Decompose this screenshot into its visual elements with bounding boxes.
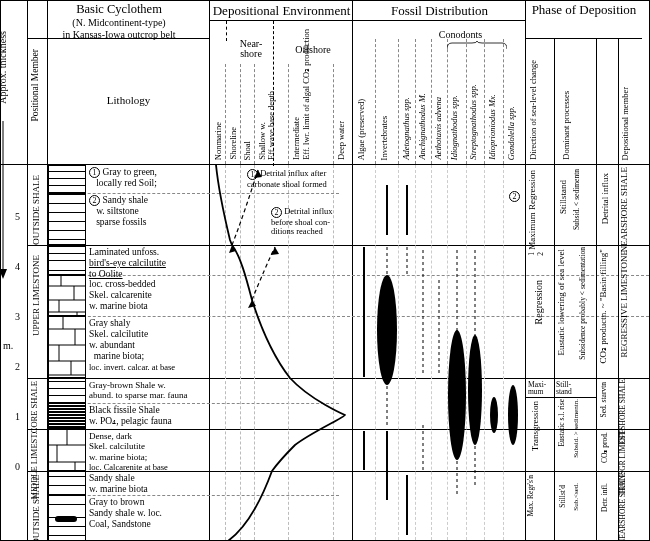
ph-transgr: Transgression	[530, 401, 540, 451]
scale-m-label: m.	[3, 340, 13, 351]
eff-wave-label: Eff.wave base depth	[268, 91, 276, 160]
svg-point-26	[508, 385, 518, 445]
algae-label: Algae (preserved)	[356, 99, 366, 160]
lith-1: 1 Gray to green, locally red Soil;	[89, 167, 157, 189]
ph-subsid: Subsid. < sedimentn	[572, 169, 581, 230]
gond-label: Gondolella spp.	[506, 106, 516, 160]
aetho-label: Aethotaxis advena	[433, 97, 443, 160]
dominant-label: Dominant processes	[562, 91, 571, 160]
conodont-bracket	[447, 41, 507, 51]
ph-maximum: Maxi-mum	[528, 382, 552, 396]
svg-point-8	[377, 275, 397, 385]
note-2: 2 Detrital influx before shoal con-ditio…	[271, 207, 351, 235]
ph-eust-rise: Eustatic s.l. rise	[557, 399, 566, 447]
ph-co3-prod: CO₃ prod.	[600, 432, 609, 463]
lith-4: loc. cross-bedded Skel. calcarenite w. m…	[89, 279, 155, 312]
ph-reg-ls: REGRESSIVE LIMESTONE	[620, 250, 629, 358]
positional-member-head: Positional Member	[31, 49, 41, 122]
ph-sub-sed: Sub.<sed.	[572, 483, 580, 511]
ph-max-regr: Max. Regr's'n	[528, 475, 535, 516]
fossil-circ-2: 2	[509, 190, 520, 202]
fossil-header: Fossil Distribution	[353, 1, 526, 21]
ph-maxreg: 1 Maximum Regression2	[528, 170, 552, 256]
ph-stillstand3: Stillst'd	[558, 485, 567, 508]
lith-9: Sandy shale w. marine biota	[89, 473, 148, 495]
inverts-label: Invertebrates	[379, 116, 389, 160]
ph-sedstarv: Sed. starvtn	[599, 382, 608, 417]
conodonts-head: Conodonts	[413, 29, 508, 40]
dep-member-label: Depositional member	[621, 87, 630, 160]
outside-shale-bot: OUTSIDE SHALE	[31, 475, 41, 541]
lith-8: Dense, dark Skel. calcilutite w. marine …	[89, 431, 168, 473]
fossil-spindles	[353, 165, 526, 541]
outside-shale-top: OUTSIDE SHALE	[31, 175, 41, 245]
ph-co3-basin: CO₃ productn. ~ "Basin filling"	[599, 249, 608, 363]
scale-5: 5	[10, 211, 20, 222]
scale-1: 1	[10, 411, 20, 422]
ph-nearshore-sh2: NEARSHORE SHALE	[620, 473, 627, 541]
note-1: 1 Detrital influx after carbonate shoal …	[247, 169, 349, 189]
body-area: m. 0 1 2 3 4 5 OUTSIDE SHALE U	[1, 165, 649, 540]
ph-subsid-gt: Subsid. > sedimentn.	[572, 399, 580, 458]
svg-point-19	[448, 330, 466, 460]
deep-water-label: Deep water	[336, 121, 346, 160]
lith-5: Gray shaly Skel. calcilutite w. abundant…	[89, 318, 175, 373]
ph-detrital: Detrital influx	[600, 173, 610, 224]
eff-lwr-label: Eff. lwr. limit of algal CO₃ production	[303, 29, 311, 160]
lithology-head: Lithology	[51, 94, 206, 106]
scale-3: 3	[10, 311, 20, 322]
ph-stillstand2: Still-stand	[556, 382, 578, 396]
core-shale: CORE SHALE	[30, 381, 38, 433]
adeto-label: Adetognathus spp.	[401, 97, 411, 160]
shoreline-label: Shoreline	[228, 127, 238, 160]
ph-detr-infl: Detr. infl.	[600, 483, 609, 512]
svg-point-22	[468, 335, 482, 445]
intermed-label: Intermediate	[291, 117, 301, 160]
direction-label: Direction of sea-level change	[529, 60, 538, 160]
shoal-label: Shoal	[242, 141, 252, 160]
lith-2: 2 Sandy shale w. siltstone sparse fossil…	[89, 195, 148, 228]
subheader-row: Positional Member Lithology Near-shore O…	[1, 39, 649, 165]
scale-0: 0	[10, 461, 20, 472]
ph-eustatic-low: Eustatic lowering of sea level	[557, 249, 566, 355]
ph-regression: Regression	[533, 280, 544, 324]
ph-nearshore-sh: NEARSHORE SHALE	[620, 167, 629, 252]
basic-cyclothem-header: Basic Cyclothem (N. Midcontinent-type) i…	[28, 1, 210, 39]
scale-4: 4	[10, 261, 20, 272]
anchi-label: Anchignathodus M.	[417, 93, 427, 160]
ph-stillstand: Stillstand	[558, 180, 568, 214]
cyclothem-diagram: Approx. thickness Basic Cyclothem (N. Mi…	[0, 0, 650, 541]
lith-6: Gray-brown Shale w. abund. to sparse mar…	[89, 380, 187, 401]
nonmarine-label: Nonmarine	[213, 122, 223, 160]
svg-marker-5	[271, 247, 279, 255]
idiog-label: Idiognathodus spp.	[449, 95, 459, 160]
phase-header: Phase of Deposition	[526, 1, 642, 39]
scale-2: 2	[10, 361, 20, 372]
svg-point-25	[490, 397, 498, 433]
idiop-label: Idioprioniodus Mx.	[487, 94, 497, 160]
dep-env-header: Depositional Environment	[210, 1, 353, 21]
upper-limestone: UPPER LIMESTONE	[31, 255, 41, 336]
ph-subsid-prob: Subsidence probably < sedimentation	[579, 247, 586, 360]
title-basic: Basic Cyclothem	[76, 2, 162, 16]
lith-10: Gray to brown Sandy shale w. loc. Coal, …	[89, 497, 162, 530]
lith-3: Laminated unfoss. bird's-eye calcilutite…	[89, 247, 166, 280]
title-sub1: (N. Midcontinent-type)	[72, 17, 165, 28]
lith-7: Black fissile Shale w. PO₄, pelagic faun…	[89, 405, 172, 427]
strepto-label: Streptognathodus spp.	[468, 84, 478, 160]
